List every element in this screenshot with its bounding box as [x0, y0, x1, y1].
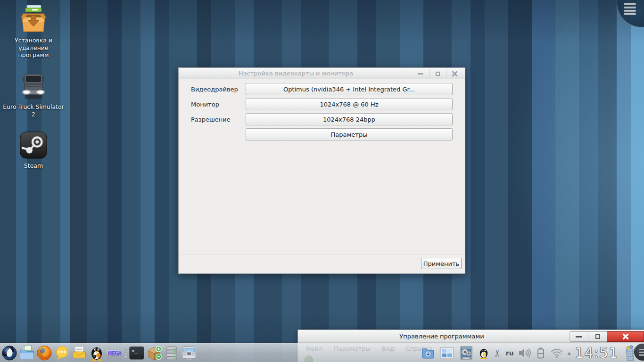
file-manager-icon — [19, 345, 35, 361]
close-icon — [452, 71, 458, 77]
remote-desktop-icon — [181, 345, 197, 361]
close-icon — [622, 333, 629, 340]
terminal-icon: >_ — [129, 346, 144, 360]
software-update-tray-button[interactable] — [421, 346, 435, 360]
close-button[interactable] — [607, 331, 644, 342]
firefox-button[interactable] — [36, 345, 52, 362]
chevron-up-icon: ▲ — [568, 351, 571, 355]
remote-desktop-button[interactable] — [181, 345, 197, 362]
battery-tray-button[interactable] — [536, 347, 546, 359]
dialog-footer: Применить — [179, 255, 465, 273]
apply-button[interactable]: Применить — [421, 258, 462, 269]
desktop-icon-label: Euro Truck Simulator 2 — [3, 103, 64, 118]
minimize-icon — [418, 73, 423, 74]
install-remove-programs-icon — [18, 5, 49, 35]
driver-label: Видеодрайвер — [191, 86, 246, 93]
driver-select-button[interactable]: Optimus (nvidia346 + Intel Integrated Gr… — [246, 83, 453, 95]
stacked-windows-icon — [624, 3, 636, 16]
minimize-button[interactable] — [412, 69, 429, 78]
maximize-icon — [436, 72, 440, 76]
mail-icon — [71, 345, 87, 361]
maximize-icon — [595, 334, 600, 339]
desktop-icon-euro-truck-simulator-2[interactable]: Euro Truck Simulator 2 — [3, 71, 64, 118]
tux-tray-button[interactable] — [478, 346, 489, 360]
monitor-row: Монитор 1024x768 @ 60 Hz — [191, 98, 453, 110]
package-icon — [146, 345, 162, 361]
penguin-icon — [89, 345, 104, 361]
maximize-button[interactable] — [429, 69, 446, 78]
minimize-button[interactable] — [570, 331, 588, 342]
steam-icon — [18, 130, 49, 160]
desktop-icon-label: Установка и удаление программ — [3, 37, 64, 59]
window-panes-icon — [439, 346, 454, 360]
start-orb-icon — [1, 345, 17, 361]
hamburger-icon — [639, 349, 644, 350]
penguin-game-button[interactable] — [89, 345, 105, 362]
messenger-button[interactable] — [54, 345, 70, 362]
file-manager-button[interactable] — [19, 345, 35, 362]
options-button[interactable]: Параметры — [246, 128, 453, 140]
system-tray: ✂ ru ▲ 14:51 — [421, 345, 644, 362]
resolution-row: Разрешение 1024x768 24bpp — [191, 113, 453, 125]
monitor-label: Монитор — [191, 101, 246, 108]
keyboard-layout-indicator[interactable]: ru — [506, 349, 514, 357]
battery-icon — [536, 347, 546, 359]
driver-manager-tray-button[interactable] — [459, 346, 474, 361]
minimize-icon — [576, 336, 582, 337]
resolution-label: Разрешение — [191, 116, 246, 123]
chat-bubble-icon — [54, 345, 70, 361]
resolution-select-button[interactable]: 1024x768 24bpp — [246, 113, 453, 125]
taskbar-clock[interactable]: 14:51 — [575, 345, 618, 361]
dialog-body: Видеодрайвер Optimus (nvidia346 + Intel … — [179, 79, 465, 140]
wifi-tray-button[interactable] — [550, 347, 563, 359]
launcher-area: MEGA >_ — [1, 345, 197, 362]
euro-truck-simulator-2-icon — [18, 71, 49, 101]
mega-icon: MEGA — [107, 349, 120, 356]
terminal-button[interactable]: >_ — [129, 345, 145, 362]
desktop-icon-label: Steam — [24, 162, 43, 170]
window-title: Управление программами — [298, 330, 586, 343]
server-stack-icon — [164, 345, 179, 361]
speaker-icon — [518, 347, 531, 359]
options-row: Параметры — [191, 128, 453, 140]
start-menu-button[interactable] — [1, 345, 17, 362]
panel-drag-handle[interactable] — [124, 346, 127, 360]
scissors-icon: ✂ — [492, 349, 503, 357]
desktop-icon-column: Установка и удаление программ Euro Truck… — [3, 5, 64, 182]
server-app-button[interactable] — [164, 345, 180, 362]
clipboard-manager-tray-button[interactable]: ✂ — [492, 349, 503, 357]
volume-tray-button[interactable] — [518, 347, 531, 359]
dialog-title: Настройка видеокарты и монитора — [179, 68, 413, 79]
tux-icon — [478, 346, 489, 360]
taskbar: MEGA >_ — [0, 343, 644, 362]
driver-row: Видеодрайвер Optimus (nvidia346 + Intel … — [191, 83, 453, 95]
window-panes-tray-button[interactable] — [439, 346, 454, 360]
monitor-select-button[interactable]: 1024x768 @ 60 Hz — [246, 98, 453, 110]
close-button[interactable] — [446, 69, 463, 78]
panel-expand-button[interactable]: ▲ — [568, 351, 571, 355]
gears-icon — [459, 346, 474, 361]
mail-button[interactable] — [71, 345, 87, 362]
mega-app-button[interactable]: MEGA — [106, 345, 122, 362]
firefox-icon — [36, 345, 52, 361]
dialog-titlebar[interactable]: Настройка видеокарты и монитора — [179, 68, 465, 79]
maximize-button[interactable] — [588, 331, 607, 342]
program-manager-titlebar[interactable]: Управление программами — [298, 330, 644, 343]
video-settings-dialog: Настройка видеокарты и монитора Видеодра… — [178, 67, 465, 274]
desktop-icon-install-remove-programs[interactable]: Установка и удаление программ — [3, 5, 64, 59]
folder-download-icon — [421, 346, 435, 360]
desktop-icon-steam[interactable]: Steam — [3, 130, 64, 170]
package-manager-button[interactable] — [146, 345, 162, 362]
wifi-icon — [550, 347, 563, 359]
